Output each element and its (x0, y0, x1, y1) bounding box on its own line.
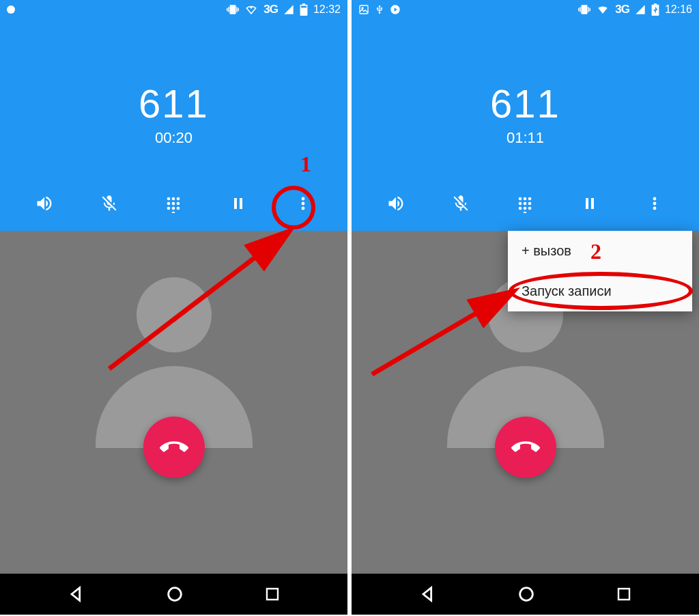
back-button[interactable] (67, 585, 86, 604)
end-call-button[interactable] (495, 417, 556, 478)
svg-point-29 (528, 207, 532, 210)
svg-point-8 (167, 207, 171, 210)
more-options-button[interactable] (284, 184, 322, 223)
overflow-menu: + вызов Запуск записи (508, 231, 692, 311)
pause-button[interactable] (219, 184, 257, 223)
notification-dot-icon (7, 5, 15, 14)
svg-point-21 (519, 197, 522, 201)
debug-icon (390, 4, 401, 15)
call-header: 611 01:11 (352, 19, 699, 231)
svg-point-28 (524, 207, 527, 210)
call-header: 611 00:20 (0, 19, 347, 231)
svg-point-34 (520, 588, 533, 601)
clock-label: 12:32 (313, 3, 341, 16)
network-type-label: 3G (263, 3, 278, 16)
svg-rect-16 (267, 589, 278, 600)
svg-point-10 (177, 207, 180, 210)
signal-icon (635, 4, 646, 15)
svg-point-22 (524, 197, 527, 201)
wifi-icon (596, 3, 610, 16)
svg-point-4 (177, 197, 180, 201)
status-bar: 3G 12:16 (352, 0, 699, 19)
svg-point-7 (177, 202, 180, 206)
svg-point-2 (167, 197, 171, 201)
svg-point-32 (653, 202, 656, 206)
call-body (0, 231, 347, 574)
svg-point-13 (301, 202, 304, 206)
network-type-label: 3G (615, 3, 629, 16)
svg-point-0 (251, 7, 253, 8)
call-controls-row (352, 184, 699, 223)
svg-rect-35 (618, 589, 629, 600)
speaker-button[interactable] (25, 184, 63, 223)
svg-point-3 (172, 197, 175, 201)
battery-icon (300, 3, 308, 16)
mute-button[interactable] (90, 184, 128, 223)
clock-label: 12:16 (665, 3, 692, 16)
phone-screen-left: 3G 12:32 611 00:20 (0, 0, 347, 615)
home-button[interactable] (165, 585, 184, 604)
end-call-button[interactable] (143, 417, 205, 478)
svg-point-26 (528, 202, 532, 206)
battery-charging-icon (651, 3, 659, 16)
add-call-menu-item[interactable]: + вызов (508, 231, 692, 271)
call-duration: 00:20 (0, 129, 347, 147)
call-controls-row (0, 184, 347, 223)
home-button[interactable] (517, 585, 536, 604)
call-duration: 01:11 (352, 129, 699, 147)
svg-point-30 (524, 212, 527, 213)
svg-point-25 (524, 202, 527, 206)
svg-point-11 (172, 212, 175, 213)
vibrate-icon (578, 3, 590, 16)
svg-point-23 (528, 197, 532, 201)
phone-screen-right: 3G 12:16 611 01:11 (352, 0, 699, 615)
phone-number: 611 (352, 19, 699, 126)
start-recording-menu-item[interactable]: Запуск записи (508, 271, 692, 311)
pause-button[interactable] (571, 184, 609, 223)
nav-bar (0, 574, 347, 615)
back-button[interactable] (418, 585, 438, 604)
svg-rect-19 (360, 5, 368, 14)
speaker-button[interactable] (377, 184, 415, 223)
svg-point-6 (172, 202, 175, 206)
svg-point-15 (169, 588, 182, 601)
svg-rect-1 (301, 6, 306, 8)
phone-number: 611 (0, 19, 347, 126)
svg-point-24 (519, 202, 522, 206)
usb-icon (375, 3, 384, 16)
svg-point-9 (172, 207, 175, 210)
wifi-icon (244, 3, 258, 16)
svg-point-12 (301, 197, 304, 201)
dialpad-button[interactable] (154, 184, 192, 223)
svg-point-27 (519, 207, 522, 210)
svg-point-20 (362, 8, 363, 9)
nav-bar (352, 574, 699, 615)
vibrate-icon (227, 3, 239, 16)
status-bar: 3G 12:32 (0, 0, 347, 19)
svg-point-14 (301, 207, 304, 210)
more-options-button[interactable] (636, 184, 674, 223)
dialpad-button[interactable] (506, 184, 544, 223)
image-notification-icon (358, 4, 369, 15)
svg-point-5 (167, 202, 171, 206)
svg-point-33 (653, 207, 656, 210)
recent-apps-button[interactable] (616, 586, 632, 602)
svg-point-31 (653, 197, 656, 201)
signal-icon (283, 4, 294, 15)
mute-button[interactable] (442, 184, 480, 223)
recent-apps-button[interactable] (264, 586, 281, 602)
